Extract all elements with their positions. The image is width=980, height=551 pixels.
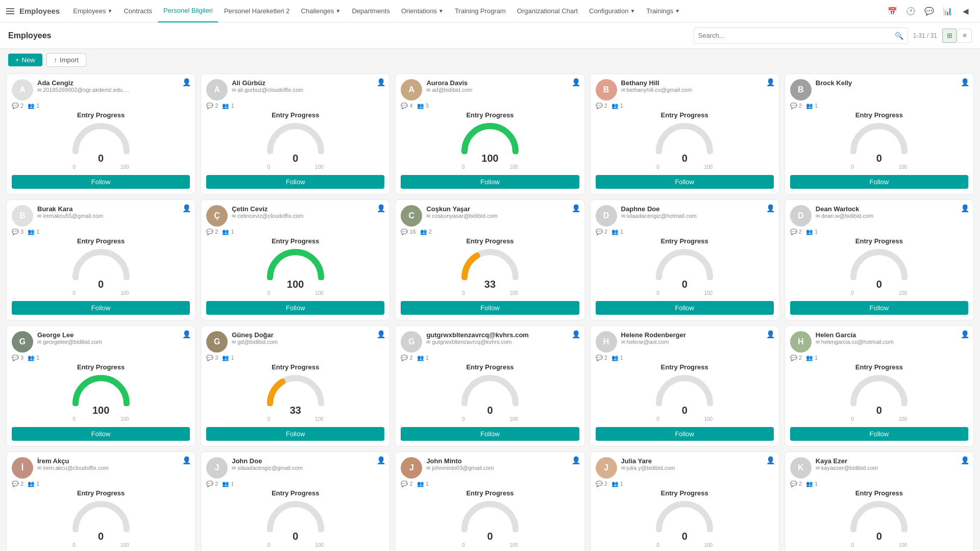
card-gauge: Entry Progress 100 0 100: [396, 111, 584, 173]
hamburger-menu[interactable]: [6, 8, 14, 14]
calendar-icon-btn[interactable]: 📅: [884, 3, 900, 19]
follow-button[interactable]: Follow: [401, 301, 579, 315]
person-add-icon[interactable]: 👤: [377, 204, 385, 212]
nav-contracts[interactable]: Contracts: [118, 0, 157, 22]
gauge-max-label: 100: [899, 416, 908, 422]
avatar: D: [596, 205, 617, 227]
gauge-labels: 0 100: [462, 416, 518, 422]
clock-icon-btn[interactable]: 🕐: [902, 3, 919, 19]
new-button[interactable]: + New: [8, 54, 42, 66]
employee-card: A Ali Gürbüz ✉ali.gurbuz@cloudoffix.com …: [201, 73, 390, 194]
chat-icon-btn[interactable]: 💬: [921, 3, 937, 19]
follow-button[interactable]: Follow: [12, 175, 190, 189]
follow-button[interactable]: Follow: [790, 175, 968, 189]
card-actions: 👤: [766, 330, 775, 338]
person-add-icon[interactable]: 👤: [961, 78, 969, 86]
follow-button[interactable]: Follow: [790, 301, 968, 315]
nav-challenges[interactable]: Challenges ▼: [296, 0, 346, 22]
email-icon: ✉: [37, 339, 41, 345]
nav-training-program[interactable]: Training Program: [450, 0, 511, 22]
follow-button[interactable]: Follow: [206, 175, 384, 189]
gauge-min-label: 0: [267, 542, 271, 548]
card-actions: 👤: [961, 204, 969, 212]
gauge-min-label: 0: [656, 542, 659, 548]
gauge-labels: 0 100: [656, 542, 713, 548]
employee-email: ✉helene@aol.com: [621, 339, 774, 345]
logo-text: Employees: [19, 7, 60, 15]
card-info: gutgrwxbltenzavrcq@kvhrs.com ✉gutgrwxblt…: [426, 331, 579, 345]
employee-email: ✉helengarcia.co@hotmail.com: [816, 339, 968, 345]
nav-personel-bilgileri[interactable]: Personel Bilgileri: [158, 0, 218, 22]
follow-button[interactable]: Follow: [790, 427, 968, 441]
card-meta: 💬 4 👥 3: [396, 103, 584, 111]
person-add-icon[interactable]: 👤: [961, 204, 969, 212]
gauge-max-label: 100: [315, 416, 324, 422]
nav-departments[interactable]: Departments: [347, 0, 395, 22]
card-meta: 💬 2 👥 1: [591, 355, 779, 363]
chevron-down-icon-2: ▼: [336, 8, 341, 14]
card-info: John Minto ✉johnminto03@gmail.com: [426, 457, 579, 471]
nav-employees[interactable]: Employees ▼: [68, 0, 117, 22]
person-add-icon[interactable]: 👤: [766, 204, 775, 212]
grid-view-btn[interactable]: ⊞: [942, 29, 957, 43]
followers-meta: 👥 1: [28, 103, 39, 109]
gauge-min-label: 0: [73, 164, 76, 170]
avatar: Ç: [206, 205, 228, 227]
nav-orientations[interactable]: Orientations ▼: [396, 0, 449, 22]
person-add-icon[interactable]: 👤: [572, 456, 580, 464]
followers-meta: 👥 1: [611, 229, 623, 235]
follow-button[interactable]: Follow: [596, 301, 774, 315]
plus-icon: +: [15, 56, 19, 64]
person-add-icon[interactable]: 👤: [377, 330, 385, 338]
person-add-icon[interactable]: 👤: [182, 330, 191, 338]
chart-icon-btn[interactable]: 📊: [939, 3, 955, 19]
person-add-icon[interactable]: 👤: [377, 456, 385, 464]
employee-email: ✉johnminto03@gmail.com: [426, 465, 579, 471]
person-add-icon[interactable]: 👤: [182, 456, 191, 464]
follow-button[interactable]: Follow: [206, 301, 384, 315]
follow-button[interactable]: Follow: [401, 427, 579, 441]
gauge-labels: 0 100: [462, 164, 518, 170]
card-gauge: Entry Progress 0 0 100: [591, 489, 779, 551]
follow-button[interactable]: Follow: [596, 427, 774, 441]
avatar: İ: [12, 457, 33, 479]
search-input[interactable]: [698, 32, 895, 39]
nav-configuration[interactable]: Configuration ▼: [584, 0, 640, 22]
person-add-icon[interactable]: 👤: [182, 204, 191, 212]
follow-button[interactable]: Follow: [12, 427, 190, 441]
gauge-labels: 0 100: [73, 542, 129, 548]
card-info: Çetin Ceviz ✉cetinceviz@cloudoffix.com: [232, 205, 384, 219]
person-add-icon[interactable]: 👤: [766, 456, 775, 464]
person-add-icon[interactable]: 👤: [572, 204, 580, 212]
nav-collapse-btn[interactable]: ◀: [958, 3, 974, 19]
person-add-icon[interactable]: 👤: [961, 456, 969, 464]
follow-button[interactable]: Follow: [206, 427, 384, 441]
gauge-labels: 0 100: [656, 290, 713, 296]
nav-personel-hareketleri[interactable]: Personel Hareketleri 2: [219, 0, 295, 22]
followers-meta: 👥 1: [806, 355, 818, 361]
person-add-icon[interactable]: 👤: [377, 78, 385, 86]
person-add-icon[interactable]: 👤: [572, 78, 580, 86]
person-add-icon[interactable]: 👤: [572, 330, 580, 338]
gauge-min-label: 0: [656, 416, 659, 422]
nav-trainings[interactable]: Trainings ▼: [641, 0, 685, 22]
follow-button[interactable]: Follow: [12, 301, 190, 315]
email-icon: ✉: [426, 87, 430, 93]
list-view-btn[interactable]: ≡: [958, 29, 972, 43]
card-gauge: Entry Progress 0 0 100: [396, 363, 584, 425]
gauge-min-label: 0: [73, 290, 76, 296]
gauge-max-label: 100: [120, 416, 129, 422]
nav-org-chart[interactable]: Organizational Chart: [512, 0, 583, 22]
follow-button[interactable]: Follow: [401, 175, 579, 189]
person-add-icon[interactable]: 👤: [182, 78, 191, 86]
employee-name: John Minto: [426, 457, 579, 465]
gauge-labels: 0 100: [73, 290, 129, 296]
person-add-icon[interactable]: 👤: [766, 330, 775, 338]
person-add-icon[interactable]: 👤: [766, 78, 775, 86]
comments-meta: 💬 4: [401, 103, 412, 109]
card-meta: 💬 2 👥 1: [785, 481, 973, 489]
import-button[interactable]: ↑ Import: [46, 53, 86, 67]
gauge-min-label: 0: [851, 416, 854, 422]
follow-button[interactable]: Follow: [596, 175, 774, 189]
person-add-icon[interactable]: 👤: [961, 330, 969, 338]
